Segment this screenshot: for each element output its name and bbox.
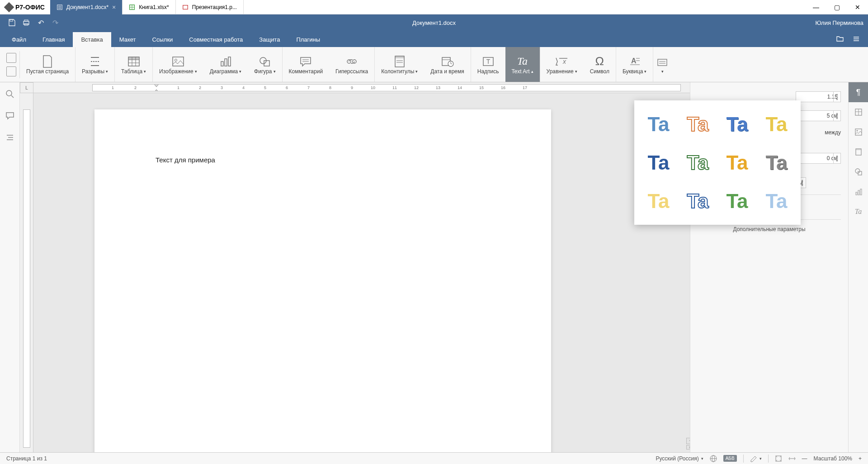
minimize-button[interactable]: — <box>806 0 826 14</box>
page-info[interactable]: Страница 1 из 1 <box>6 455 47 462</box>
zoom-level[interactable]: Масштаб 100% <box>814 455 852 462</box>
table-settings-icon[interactable] <box>849 102 868 122</box>
save-button[interactable] <box>5 15 19 30</box>
ribbon-table[interactable]: Таблица▾ <box>115 47 153 82</box>
close-button[interactable]: ✕ <box>847 0 868 14</box>
tab-file[interactable]: Файл <box>4 32 34 47</box>
print-button[interactable] <box>19 15 33 30</box>
label: Фигура <box>254 68 272 75</box>
image-settings-icon[interactable] <box>849 122 868 142</box>
close-icon[interactable]: × <box>112 4 116 11</box>
textart-style-7[interactable]: Ta <box>718 144 756 181</box>
document-tab-doc[interactable]: Документ1.docx* × <box>50 0 123 14</box>
label: Text Art <box>512 68 530 75</box>
quick-toolbar: ↶ ↷ Документ1.docx Юлия Перминова <box>0 14 868 31</box>
chevron-down-icon: ▾ <box>661 69 664 74</box>
textart-style-10[interactable]: Ta <box>679 183 717 219</box>
fit-width-button[interactable] <box>788 455 796 462</box>
language-selector[interactable]: Русский (Россия) ▾ <box>656 455 703 462</box>
ribbon-textbox[interactable]: T Надпись <box>471 47 505 82</box>
down-icon[interactable]: ▼ <box>834 97 840 102</box>
tab-label: Документ1.docx* <box>66 4 108 10</box>
up-icon[interactable]: ▲ <box>834 92 840 97</box>
textart-icon: Ta <box>517 55 528 68</box>
advanced-settings-link[interactable]: Дополнительные параметры <box>698 226 841 232</box>
textart-style-6[interactable]: Ta <box>679 144 717 181</box>
textart-style-9[interactable]: Ta <box>640 183 677 219</box>
up-icon[interactable]: ▲ <box>834 111 840 116</box>
down-icon[interactable]: ▼ <box>834 116 840 121</box>
chevron-down-icon: ▾ <box>239 69 241 74</box>
indent-marker-icon[interactable] <box>153 84 160 91</box>
headerfooter-settings-icon[interactable] <box>849 142 868 162</box>
ribbon-symbol[interactable]: Ω Символ <box>584 47 616 82</box>
textart-style-1[interactable]: Ta <box>640 106 677 142</box>
fit-page-button[interactable] <box>775 455 782 462</box>
textart-style-3[interactable]: Ta <box>718 106 756 142</box>
ribbon-textart[interactable]: Ta Text Art▴ <box>505 47 540 82</box>
open-location-icon[interactable] <box>832 31 848 47</box>
textart-style-8[interactable]: Ta <box>758 144 795 181</box>
tab-layout[interactable]: Макет <box>111 32 144 47</box>
svg-rect-68 <box>856 149 861 150</box>
ruler-corner[interactable]: L <box>20 82 33 93</box>
line-spacing-spinner[interactable]: 1.15 ▲▼ <box>796 91 841 102</box>
shape-settings-icon[interactable] <box>849 162 868 182</box>
ribbon-datetime[interactable]: Дата и время <box>424 47 471 82</box>
ribbon-controls[interactable]: ▾ <box>653 47 671 82</box>
ribbon-hyperlink[interactable]: Гиперссылка <box>329 47 375 82</box>
ribbon-dropcap[interactable]: A Буквица▾ <box>616 47 654 82</box>
zoom-out-button[interactable]: — <box>802 455 807 462</box>
tab-protect[interactable]: Защита <box>251 32 288 47</box>
textart-style-5[interactable]: Ta <box>640 144 677 181</box>
tab-collab[interactable]: Совместная работа <box>181 32 251 47</box>
down-icon[interactable]: ▼ <box>834 158 840 163</box>
horizontal-ruler[interactable]: 12 12 34 56 78 910 1112 1314 1516 17 <box>33 82 690 93</box>
paragraph-settings-icon[interactable]: ¶ <box>849 82 868 102</box>
document-tab-sheet[interactable]: Книга1.xlsx* <box>123 0 175 14</box>
document-page[interactable]: Текст для примера <box>94 109 551 452</box>
tab-insert[interactable]: Вставка <box>73 32 111 47</box>
comments-icon[interactable] <box>5 110 15 121</box>
ribbon-image[interactable]: Изображение▾ <box>153 47 203 82</box>
textart-style-11[interactable]: Ta <box>718 183 756 219</box>
textart-style-12[interactable]: Ta <box>758 183 795 219</box>
breaks-icon <box>89 55 101 68</box>
maximize-button[interactable]: ▢ <box>826 0 847 14</box>
ribbon-headers[interactable]: Колонтитулы▾ <box>375 47 424 82</box>
ribbon-chart[interactable]: Диаграмма▾ <box>203 47 248 82</box>
headings-icon[interactable] <box>5 132 15 143</box>
chart-settings-icon[interactable] <box>849 182 868 202</box>
spacing-spinner[interactable]: 5 см ▲▼ <box>796 110 841 121</box>
textart-style-4[interactable]: Ta <box>758 106 795 142</box>
ribbon-equation[interactable]: x Уравнение▾ <box>540 47 584 82</box>
ribbon-shape[interactable]: Фигура▾ <box>248 47 282 82</box>
copy-button[interactable] <box>6 53 16 63</box>
blank-page-icon <box>42 55 53 68</box>
document-tab-slide[interactable]: Презентация1.p... <box>176 0 244 14</box>
spellcheck-toggle[interactable]: АБВ <box>723 455 737 462</box>
textart-style-2[interactable]: Ta <box>679 106 717 142</box>
ribbon-clipboard <box>3 51 20 78</box>
zoom-in-button[interactable]: + <box>859 455 862 462</box>
redo-button[interactable]: ↷ <box>48 15 62 30</box>
view-settings-icon[interactable] <box>848 31 864 47</box>
track-changes-button[interactable]: ▾ <box>750 455 762 462</box>
ribbon-blank-page[interactable]: Пустая страница <box>20 47 75 82</box>
svg-rect-71 <box>856 192 857 195</box>
ribbon-comment[interactable]: Комментарий <box>283 47 330 82</box>
paste-button[interactable] <box>6 66 16 76</box>
ribbon-breaks[interactable]: Разрывы▾ <box>75 47 115 82</box>
vertical-ruler[interactable] <box>20 93 33 452</box>
tab-plugins[interactable]: Плагины <box>288 32 328 47</box>
undo-button[interactable]: ↶ <box>33 15 48 30</box>
chevron-down-icon: ▾ <box>144 69 146 74</box>
search-icon[interactable] <box>5 89 15 99</box>
globe-icon[interactable] <box>710 455 717 462</box>
textart-settings-icon[interactable]: Ta <box>849 202 868 222</box>
controls-icon <box>657 56 668 69</box>
up-icon[interactable]: ▲ <box>834 153 840 158</box>
tab-references[interactable]: Ссылки <box>144 32 181 47</box>
title-bar: Р7-ОФИС Документ1.docx* × Книга1.xlsx* П… <box>0 0 868 14</box>
tab-home[interactable]: Главная <box>34 32 73 47</box>
